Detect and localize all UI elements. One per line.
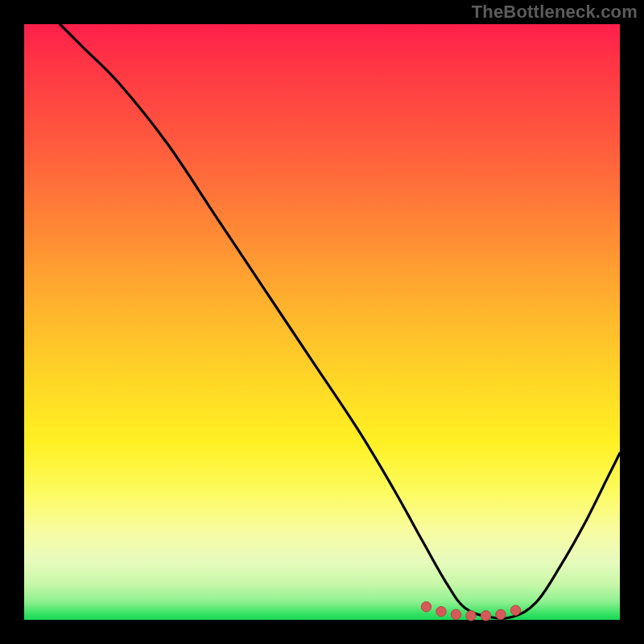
valley-marker: [510, 605, 520, 615]
bottleneck-curve: [60, 24, 620, 618]
watermark-text: TheBottleneck.com: [472, 2, 638, 23]
valley-marker: [466, 611, 476, 621]
valley-marker: [451, 609, 460, 619]
valley-marker: [496, 609, 506, 619]
valley-marker: [421, 602, 431, 612]
bottleneck-curve-svg: [24, 24, 620, 620]
valley-marker: [481, 611, 490, 621]
valley-marker: [436, 606, 446, 616]
chart-frame: TheBottleneck.com: [0, 0, 644, 644]
plot-area: [24, 24, 620, 620]
